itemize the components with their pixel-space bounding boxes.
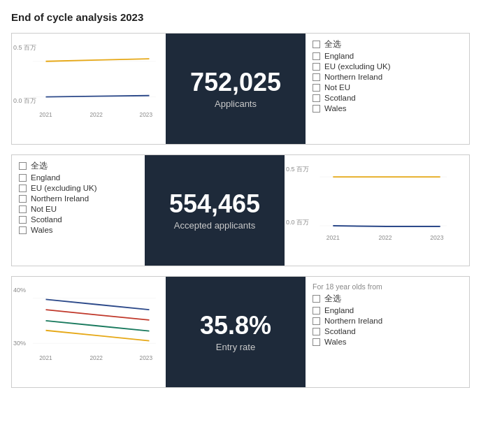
legend-item-wales-2[interactable]: Wales — [19, 226, 138, 234]
legend-item-wales-3[interactable]: Wales — [313, 338, 462, 346]
legend-label-ni-2: Northern Ireland — [31, 194, 89, 203]
legend-accepted: 全选 England EU (excluding UK) Northern Ir… — [12, 155, 145, 266]
chart-svg-2: 2021 2022 2023 — [307, 162, 466, 243]
checkbox-selectall-1[interactable] — [313, 41, 320, 48]
checkbox-scotland-2[interactable] — [19, 216, 27, 224]
y-axis-bottom-3: 30% — [13, 340, 26, 347]
checkbox-england-2[interactable] — [19, 174, 27, 182]
checkbox-wales-2[interactable] — [19, 226, 27, 234]
checkbox-ni-2[interactable] — [19, 195, 27, 203]
chart-svg-3: 2021 2022 2023 — [33, 284, 162, 364]
chart-entryrate: 40% 30% 2021 2022 2023 — [12, 277, 166, 387]
card-entryrate: 40% 30% 2021 2022 2023 35.8% Entry rate … — [11, 276, 470, 388]
checkbox-ni-3[interactable] — [313, 317, 320, 325]
stat-accepted: 554,465 Accepted applicants — [145, 155, 285, 266]
legend-item-wales-1[interactable]: Wales — [313, 104, 462, 113]
checkbox-eu-1[interactable] — [313, 63, 320, 71]
legend-label-scotland-3: Scotland — [324, 327, 356, 335]
legend-label-scotland-2: Scotland — [31, 215, 62, 224]
svg-text:2022: 2022 — [379, 234, 392, 241]
legend-label-eu-2: EU (excluding UK) — [31, 184, 97, 192]
legend-label-eu-1: EU (excluding UK) — [324, 62, 391, 71]
stat-number-accepted: 554,465 — [169, 190, 260, 218]
svg-text:2021: 2021 — [39, 354, 52, 361]
checkbox-scotland-1[interactable] — [313, 94, 320, 102]
svg-text:2021: 2021 — [326, 234, 340, 241]
legend-item-england-3[interactable]: England — [313, 306, 462, 315]
checkbox-england-1[interactable] — [313, 52, 320, 60]
legend-applicants: 全选 England EU (excluding UK) Northern Ir… — [306, 34, 469, 144]
checkbox-noteu-1[interactable] — [313, 84, 320, 92]
svg-text:2022: 2022 — [89, 111, 103, 118]
legend-label-ni-1: Northern Ireland — [324, 73, 382, 81]
legend-note-3: For 18 year olds from — [313, 282, 462, 291]
legend-label-wales-3: Wales — [324, 338, 347, 346]
chart-svg-1: 2021 2022 2023 — [33, 41, 162, 121]
svg-text:2023: 2023 — [140, 111, 153, 118]
y-axis-bottom-2: 0.0 百万 — [286, 218, 309, 227]
legend-entryrate: For 18 year olds from 全选 England Norther… — [306, 277, 469, 387]
stat-applicants: 752,025 Applicants — [166, 34, 306, 144]
card-applicants: 0.5 百万 0.0 百万 2021 2022 2023 752,025 App… — [11, 33, 470, 145]
checkbox-selectall-3[interactable] — [313, 295, 320, 303]
stat-label-entryrate: Entry rate — [216, 342, 255, 352]
legend-item-scotland-2[interactable]: Scotland — [19, 215, 138, 224]
legend-item-noteu-2[interactable]: Not EU — [19, 205, 138, 213]
page-title: End of cycle analysis 2023 — [11, 11, 470, 23]
legend-label-selectall-3: 全选 — [324, 294, 341, 304]
checkbox-england-3[interactable] — [313, 307, 320, 315]
y-axis-top-3: 40% — [13, 287, 26, 294]
legend-item-selectall-2[interactable]: 全选 — [19, 161, 138, 171]
svg-text:2023: 2023 — [140, 354, 153, 361]
y-axis-top-2: 0.5 百万 — [286, 165, 309, 174]
svg-text:2022: 2022 — [89, 354, 103, 361]
legend-item-eu-1[interactable]: EU (excluding UK) — [313, 62, 462, 71]
legend-item-selectall-1[interactable]: 全选 — [313, 39, 462, 50]
legend-label-scotland-1: Scotland — [324, 94, 356, 102]
chart-accepted: 0.5 百万 0.0 百万 2021 2022 2023 — [285, 155, 469, 266]
legend-label-selectall-2: 全选 — [31, 161, 48, 171]
legend-item-selectall-3[interactable]: 全选 — [313, 294, 462, 304]
legend-label-noteu-2: Not EU — [31, 205, 57, 213]
legend-item-england-1[interactable]: England — [313, 52, 462, 60]
checkbox-scotland-3[interactable] — [313, 328, 320, 335]
legend-label-england-2: England — [31, 173, 60, 182]
legend-label-noteu-1: Not EU — [324, 83, 350, 92]
svg-text:2021: 2021 — [39, 111, 52, 118]
checkbox-selectall-2[interactable] — [19, 162, 27, 170]
card-accepted: 全选 England EU (excluding UK) Northern Ir… — [11, 154, 470, 266]
legend-label-wales-2: Wales — [31, 226, 53, 234]
legend-label-ni-3: Northern Ireland — [324, 317, 382, 325]
legend-label-selectall-1: 全选 — [324, 39, 341, 50]
legend-item-scotland-3[interactable]: Scotland — [313, 327, 462, 335]
checkbox-noteu-2[interactable] — [19, 205, 27, 213]
checkbox-wales-3[interactable] — [313, 338, 320, 346]
legend-item-england-2[interactable]: England — [19, 173, 138, 182]
stat-entryrate: 35.8% Entry rate — [166, 277, 306, 387]
legend-item-noteu-1[interactable]: Not EU — [313, 83, 462, 92]
chart-applicants: 0.5 百万 0.0 百万 2021 2022 2023 — [12, 34, 166, 144]
legend-item-eu-2[interactable]: EU (excluding UK) — [19, 184, 138, 192]
legend-label-england-1: England — [324, 52, 354, 60]
svg-text:2023: 2023 — [430, 234, 443, 241]
stat-number-applicants: 752,025 — [190, 68, 281, 96]
legend-item-ni-3[interactable]: Northern Ireland — [313, 317, 462, 325]
legend-item-ni-1[interactable]: Northern Ireland — [313, 73, 462, 81]
legend-label-wales-1: Wales — [324, 104, 347, 113]
legend-label-england-3: England — [324, 306, 354, 315]
stat-number-entryrate: 35.8% — [200, 312, 271, 340]
checkbox-ni-1[interactable] — [313, 73, 320, 81]
legend-item-ni-2[interactable]: Northern Ireland — [19, 194, 138, 203]
stat-label-applicants: Applicants — [215, 99, 257, 109]
checkbox-eu-2[interactable] — [19, 185, 27, 192]
legend-item-scotland-1[interactable]: Scotland — [313, 94, 462, 102]
checkbox-wales-1[interactable] — [313, 105, 320, 113]
stat-label-accepted: Accepted applicants — [174, 220, 255, 231]
